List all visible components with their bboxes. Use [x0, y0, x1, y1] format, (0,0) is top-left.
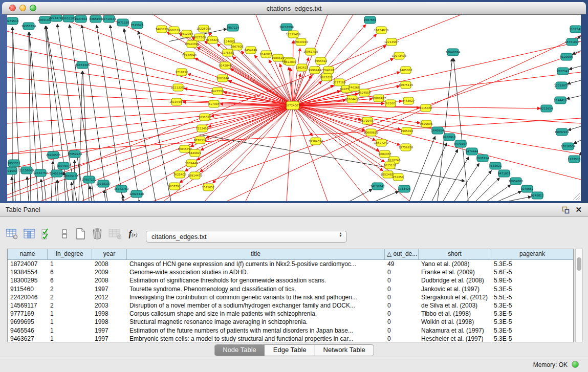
- graph-node[interactable]: 8466160: [90, 15, 102, 23]
- graph-node[interactable]: 11451944: [50, 170, 64, 177]
- table-row[interactable]: 969969511998Structural magnetic resonanc…: [8, 318, 573, 326]
- edge-black[interactable]: [57, 180, 58, 201]
- tab-node-table[interactable]: Node Table: [214, 345, 265, 356]
- graph-node[interactable]: 417004: [208, 100, 220, 107]
- edge-red[interactable]: [7, 105, 293, 108]
- graph-node[interactable]: 746266: [349, 84, 360, 91]
- edge-black[interactable]: [509, 196, 531, 201]
- graph-node[interactable]: 20364436: [345, 96, 360, 103]
- graph-node[interactable]: 252254: [393, 173, 404, 181]
- graph-node[interactable]: 10688639: [364, 129, 379, 136]
- edge-black[interactable]: [27, 177, 29, 201]
- edge-black[interactable]: [498, 191, 521, 201]
- edge-black[interactable]: [124, 29, 156, 201]
- edge-black[interactable]: [454, 163, 479, 201]
- edge-black[interactable]: [97, 25, 123, 201]
- graph-node[interactable]: 62160: [385, 100, 396, 107]
- edge-black[interactable]: [432, 149, 458, 201]
- graph-node[interactable]: 10653287: [61, 15, 76, 22]
- edge-black[interactable]: [82, 25, 107, 201]
- graph-node[interactable]: 16648784: [446, 49, 461, 56]
- edge-red[interactable]: [82, 105, 293, 201]
- graph-node[interactable]: 13505135: [64, 172, 79, 180]
- graph-node[interactable]: 10654082: [509, 178, 523, 185]
- column-header-title[interactable]: title: [127, 249, 385, 259]
- graph-node[interactable]: 7152450: [196, 125, 209, 132]
- edge-red[interactable]: [293, 72, 581, 105]
- graph-node[interactable]: 9699695: [420, 120, 433, 127]
- graph-node[interactable]: 9245652: [521, 185, 534, 192]
- graph-node[interactable]: 19355724: [21, 23, 36, 30]
- graph-node[interactable]: 17016504: [561, 143, 576, 150]
- edge-black[interactable]: [567, 96, 581, 99]
- graph-node[interactable]: 9463627: [402, 97, 415, 104]
- graph-node[interactable]: 16782759: [114, 185, 129, 192]
- graph-node[interactable]: 12213383: [171, 84, 186, 91]
- table-row[interactable]: 1830029562008Estimation of significance …: [8, 276, 573, 285]
- graph-node[interactable]: 2935114: [476, 155, 489, 162]
- graph-node[interactable]: 9878334: [194, 137, 207, 144]
- graph-node[interactable]: 9397587: [57, 162, 70, 169]
- graph-node[interactable]: 7463822: [156, 26, 168, 33]
- edge-red[interactable]: [293, 105, 581, 180]
- edge-red[interactable]: [208, 105, 293, 127]
- graph-node[interactable]: 1965492: [401, 127, 413, 135]
- graph-node[interactable]: 8938913: [443, 134, 456, 141]
- graph-node[interactable]: 3777169: [333, 79, 346, 86]
- edge-black[interactable]: [476, 178, 499, 201]
- table-scrollbar[interactable]: [575, 249, 583, 342]
- graph-node[interactable]: 18724007: [286, 101, 300, 110]
- scrollbar-thumb[interactable]: [577, 257, 581, 271]
- graph-node[interactable]: 9146821: [260, 51, 273, 58]
- graph-node[interactable]: 16961758: [303, 48, 318, 55]
- graph-node[interactable]: 12975115: [399, 81, 413, 89]
- edge-red[interactable]: [195, 58, 293, 105]
- graph-node[interactable]: 794028: [323, 67, 334, 74]
- edge-red[interactable]: [293, 41, 581, 105]
- graph-node[interactable]: 1609448: [185, 160, 198, 167]
- tab-edge-table[interactable]: Edge Table: [265, 345, 315, 356]
- graph-node[interactable]: 9853051: [8, 160, 20, 167]
- function-builder-icon[interactable]: f(x): [126, 227, 140, 240]
- graph-node[interactable]: 10807487: [372, 95, 386, 102]
- graph-node[interactable]: 20353346: [75, 61, 90, 69]
- float-window-icon[interactable]: [562, 206, 570, 214]
- edge-black[interactable]: [13, 27, 20, 201]
- graph-node[interactable]: 9684067: [379, 150, 391, 158]
- table-row[interactable]: 2242004622012Investigating the contribut…: [8, 293, 573, 301]
- table-row[interactable]: 977716911998Corpus callosum shape and si…: [8, 310, 573, 318]
- graph-node[interactable]: 9990443: [309, 67, 321, 74]
- column-header-name[interactable]: name: [8, 249, 48, 259]
- graph-node[interactable]: 8671338: [117, 19, 129, 26]
- graph-node[interactable]: 12325419: [286, 31, 301, 38]
- edge-red[interactable]: [7, 105, 293, 123]
- edge-red[interactable]: [293, 74, 300, 105]
- graph-node[interactable]: 8215954: [540, 105, 553, 112]
- graph-node[interactable]: 9821022: [320, 74, 333, 81]
- show-columns-icon[interactable]: [23, 227, 37, 240]
- row-select-icon[interactable]: [40, 227, 54, 240]
- graph-node[interactable]: 1571651: [202, 184, 215, 191]
- edge-black[interactable]: [409, 136, 435, 201]
- edge-black[interactable]: [72, 182, 73, 201]
- column-header-in_degree[interactable]: in_degree: [48, 249, 92, 259]
- graph-node[interactable]: 8912954: [181, 30, 193, 37]
- graph-node[interactable]: 1588520: [272, 54, 285, 61]
- graph-node[interactable]: 19218596: [279, 24, 294, 31]
- graph-node[interactable]: 8186328: [206, 36, 219, 43]
- graph-node[interactable]: 7957224: [227, 24, 239, 31]
- tab-network-table[interactable]: Network Table: [315, 345, 374, 356]
- graph-node[interactable]: 9245012: [531, 192, 544, 199]
- edge-black[interactable]: [579, 154, 581, 156]
- graph-node[interactable]: 20206536: [46, 151, 61, 159]
- graph-node[interactable]: 1362615: [296, 64, 309, 71]
- graph-node[interactable]: 19384554: [309, 138, 323, 145]
- graph-node[interactable]: 22420046: [182, 52, 197, 59]
- graph-node[interactable]: 16914479: [188, 172, 203, 179]
- graph-node[interactable]: 12923448: [129, 190, 144, 198]
- graph-node[interactable]: 1640954: [431, 127, 444, 134]
- graph-node[interactable]: 2803144: [216, 75, 229, 82]
- window-titlebar[interactable]: citations_edges.txt: [2, 2, 586, 14]
- graph-node[interactable]: 9129986: [560, 53, 573, 60]
- graph-node[interactable]: 9824554: [358, 89, 371, 96]
